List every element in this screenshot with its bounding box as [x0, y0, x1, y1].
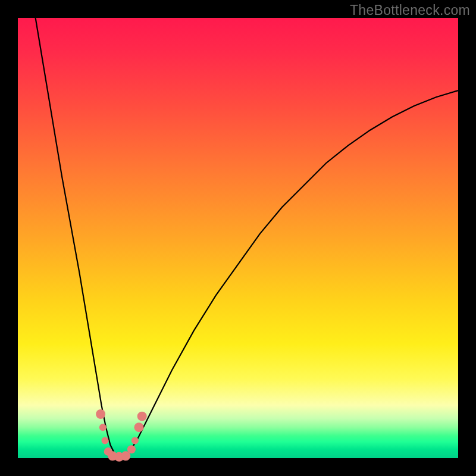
- marker-dot: [131, 437, 139, 444]
- marker-dot: [127, 445, 136, 453]
- bottleneck-curve: [36, 18, 458, 458]
- plot-area: [18, 18, 458, 458]
- watermark-text: TheBottleneck.com: [350, 2, 470, 18]
- chart-frame: TheBottleneck.com: [0, 0, 476, 476]
- marker-dot: [102, 437, 109, 444]
- marker-dot: [99, 424, 107, 431]
- marker-dot: [96, 409, 105, 419]
- marker-dot: [134, 422, 144, 432]
- curve-svg: [18, 18, 458, 458]
- marker-dot: [137, 412, 147, 421]
